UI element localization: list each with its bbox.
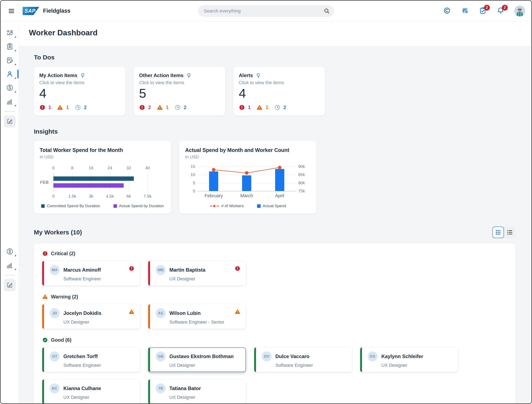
worker-card[interactable]: MA Marcus Aminoff Software Engineer [42, 261, 140, 285]
worker-card[interactable]: AS Wilson Lubin Software Engineer - Seni… [148, 304, 246, 329]
sidebar-item-worker-person[interactable] [1, 67, 19, 81]
top-axis-tick: 0 [52, 166, 54, 170]
clock-icon [175, 104, 181, 111]
legend-label: Actual Spend by Duration [119, 204, 164, 208]
top-axis-tick: 16 [89, 166, 93, 170]
clock-icon [274, 104, 280, 111]
x-axis-label: February [204, 193, 223, 198]
right-axis-tick: 75k [298, 189, 305, 194]
search-icon[interactable] [324, 8, 330, 14]
todos-heading: To Dos [34, 54, 516, 61]
count-badge: 2 [484, 5, 490, 11]
clipboard-person-icon [6, 43, 13, 50]
notifications-bell-icon[interactable]: 2 [496, 7, 505, 15]
warning-count: 1 [66, 105, 69, 110]
sidebar-item-edit-pencil[interactable] [1, 278, 19, 292]
edit-pencil-icon [4, 279, 16, 291]
status-stripe [148, 379, 150, 403]
sidebar-item-clipboard-person[interactable] [1, 40, 19, 53]
todo-count: 5 [139, 87, 220, 100]
expand-caret-icon [14, 91, 16, 93]
sidebar-item-dollar[interactable] [1, 245, 19, 258]
workers-point [245, 171, 248, 175]
worker-person-icon [6, 70, 13, 78]
todo-card-other-action-items[interactable]: Other Action Items Click to view the ite… [134, 67, 225, 115]
todo-card-my-action-items[interactable]: My Action Items Click to view the items … [34, 67, 125, 115]
user-avatar[interactable] [514, 6, 525, 16]
avatar: MB [156, 265, 166, 275]
todo-card-subtitle: Click to view the items [39, 80, 120, 85]
todo-badges: 1 1 2 [239, 104, 319, 111]
warning-icon [42, 294, 48, 300]
bottom-axis-tick: 6k [127, 194, 131, 199]
worker-card[interactable]: TB Tatiana Bator UX Designer [148, 379, 246, 403]
todo-cards-row: My Action Items Click to view the items … [34, 67, 516, 115]
contract-edit-icon [6, 57, 13, 64]
sidebar-item-contract-edit[interactable] [1, 53, 19, 67]
sidebar-divider [4, 275, 15, 275]
companion-icon[interactable] [443, 7, 451, 15]
left-axis-tick: 5 [193, 180, 195, 185]
worker-name: Gustavo Ekstrom Bothman [169, 354, 241, 359]
status-label: Warning (2) [51, 294, 78, 300]
bottom-axis-tick: 3k [89, 194, 93, 199]
list-view-button[interactable] [504, 227, 516, 238]
worker-role: UX Designer [169, 395, 241, 400]
right-axis-tick: 85k [298, 172, 305, 177]
legend-item: Actual Spend by Duration [114, 204, 164, 208]
gridline [129, 173, 129, 192]
menu-hamburger-icon[interactable] [7, 6, 16, 16]
worker-role: UX Designer [169, 363, 241, 368]
worker-card[interactable]: JD Jocelyn Dokidis UX Designer [42, 304, 140, 329]
worker-role: Software Engineer [63, 276, 134, 282]
worker-card[interactable]: MB Martin Baptista UX Designer [148, 261, 246, 285]
status-stripe [254, 347, 256, 372]
worker-card[interactable]: GB Gustavo Ekstrom Bothman UX Designer [148, 347, 246, 372]
error-icon [42, 251, 48, 256]
sidebar-item-analytics[interactable] [1, 258, 19, 272]
avatar: KC [50, 383, 60, 393]
page-header: Worker Dashboard [19, 21, 531, 46]
worker-card[interactable]: GT Gretchen Torff Software Engineer [42, 347, 140, 372]
grid-view-button[interactable] [492, 227, 504, 238]
gridline [91, 173, 91, 192]
error-count: 2 [148, 105, 151, 110]
search-input[interactable] [198, 5, 334, 17]
sidebar-item-workforce-overview[interactable] [1, 26, 19, 40]
status-stripe [148, 304, 150, 329]
worker-card[interactable]: DV Dulce Vaccaro Software Engineer [254, 347, 352, 372]
error-icon [39, 104, 45, 111]
todo-card-title: Other Action Items [139, 73, 184, 78]
avatar: AS [156, 308, 166, 318]
workers-heading: My Workers (10) [34, 229, 82, 236]
sidebar [1, 21, 19, 403]
worker-name: Kianna Culhane [63, 385, 134, 391]
legend-label: Committed Spend By Duration [47, 204, 100, 208]
bottom-axis-tick: 7.5k [144, 194, 152, 199]
gridline [53, 173, 54, 192]
tasks-clipboard-icon[interactable]: 2 [479, 7, 487, 15]
sidebar-item-analytics[interactable] [1, 95, 19, 108]
chart-title: Actual Spend by Month and Worker Count [185, 147, 311, 153]
status-stripe [42, 304, 44, 329]
bottom-axis-tick: 1.5k [68, 194, 76, 199]
pending-count: 2 [84, 105, 87, 110]
list-view-icon [507, 229, 513, 235]
worker-role: Software Engineer [63, 363, 134, 368]
todo-card-alerts[interactable]: Alerts Click to view the items 4 1 1 2 [233, 67, 325, 115]
status-stripe [42, 379, 44, 403]
worker-card[interactable]: KS Kaylynn Schleifer UX Designer [360, 347, 458, 372]
legend-item: Committed Spend By Duration [41, 204, 100, 208]
settings-sliders-icon[interactable] [461, 7, 469, 15]
sidebar-item-edit-pencil[interactable] [1, 114, 19, 128]
worker-name: Kaylynn Schleifer [381, 354, 452, 359]
worker-role: UX Designer [63, 395, 134, 400]
worker-card[interactable]: KC Kianna Culhane UX Designer [42, 379, 140, 403]
sidebar-item-dollar[interactable] [1, 81, 19, 95]
category-label: FEB [40, 180, 49, 185]
legend-label: # of Workers [221, 204, 244, 208]
legend-label: Actual Spend [263, 204, 286, 208]
bar-actual-spend [53, 183, 124, 188]
worker-name: Marcus Aminoff [63, 267, 134, 273]
todo-card-title: Alerts [239, 73, 253, 78]
